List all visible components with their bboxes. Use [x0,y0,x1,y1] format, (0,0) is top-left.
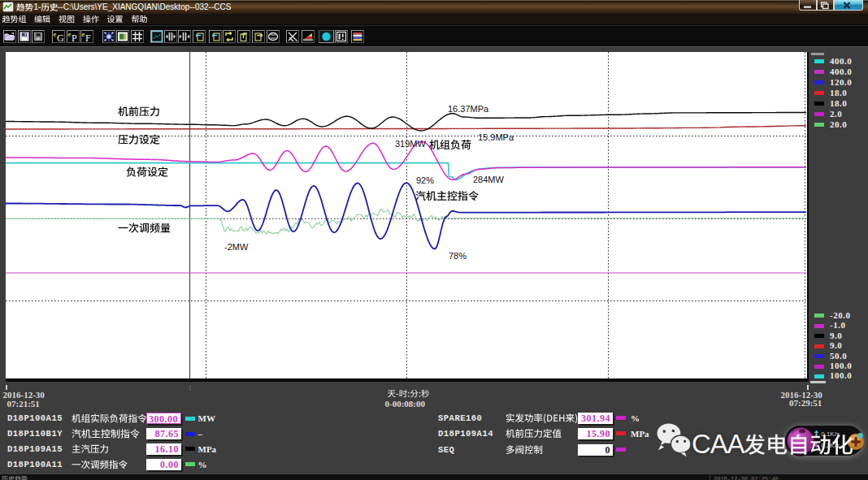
svg-text:G: G [57,32,64,42]
svg-text:e: e [82,31,85,38]
svg-text:F: F [85,32,91,42]
svg-text:e: e [67,31,71,38]
svg-text:P: P [72,32,77,42]
svg-text:e: e [54,31,57,38]
